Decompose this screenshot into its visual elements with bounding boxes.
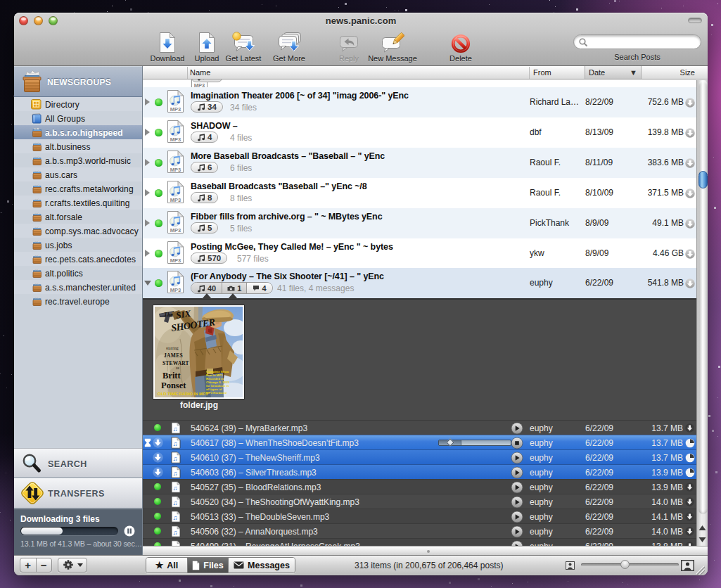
svg-text:♫: ♫ bbox=[173, 513, 178, 521]
svg-text:♫: ♫ bbox=[173, 440, 178, 447]
svg-text:MP3: MP3 bbox=[170, 287, 181, 293]
svg-text:MP3: MP3 bbox=[170, 257, 181, 264]
svg-text:♫: ♫ bbox=[173, 528, 178, 536]
svg-text:OLD TIME RADIO IN MP3: OLD TIME RADIO IN MP3 bbox=[158, 392, 208, 396]
svg-text:MP3: MP3 bbox=[194, 82, 205, 88]
svg-text:♫: ♫ bbox=[173, 499, 178, 506]
svg-text:as: as bbox=[176, 366, 179, 370]
svg-text:Britt: Britt bbox=[162, 371, 181, 381]
svg-text:♫: ♫ bbox=[173, 454, 178, 462]
svg-text:MP3: MP3 bbox=[170, 167, 181, 173]
svg-text:♫: ♫ bbox=[173, 484, 178, 492]
svg-text:♫: ♫ bbox=[173, 425, 178, 433]
svg-text:JAMES: JAMES bbox=[164, 352, 183, 359]
svg-text:♫: ♫ bbox=[173, 469, 178, 477]
svg-text:The: The bbox=[164, 312, 173, 318]
svg-text:MP3 Hardware: MP3 Hardware bbox=[206, 391, 227, 395]
svg-text:Ponset: Ponset bbox=[161, 381, 186, 390]
svg-text:MP3: MP3 bbox=[170, 227, 181, 234]
svg-text:starring: starring bbox=[166, 346, 179, 350]
svg-text:MP3: MP3 bbox=[170, 136, 181, 143]
svg-text:MP3: MP3 bbox=[170, 197, 181, 203]
svg-text:MP3: MP3 bbox=[170, 106, 181, 113]
